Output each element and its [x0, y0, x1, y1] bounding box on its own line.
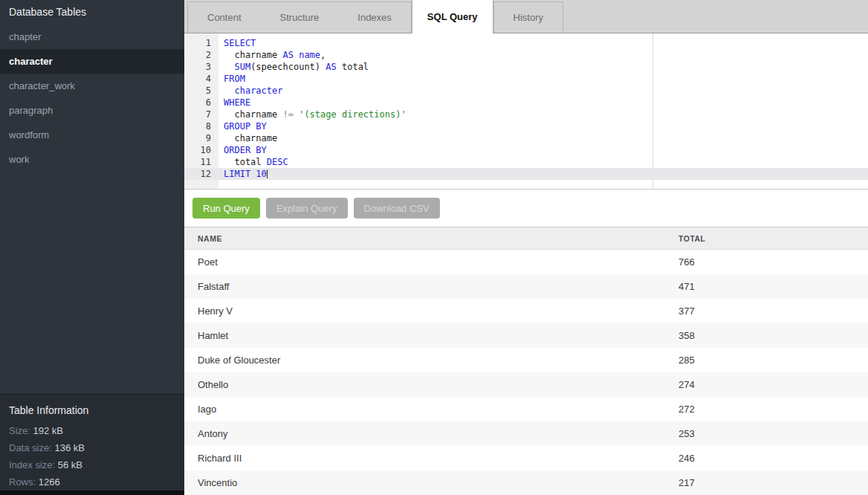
cell-name: Othello: [198, 379, 678, 390]
code-line-9: 9 charname: [184, 132, 868, 144]
sidebar-item-work[interactable]: work: [0, 147, 184, 172]
column-header-total[interactable]: TOTAL: [678, 234, 868, 243]
sidebar-item-chapter[interactable]: chapter: [0, 25, 184, 49]
info-row-size-: Size: 192 kB: [9, 422, 175, 439]
line-number: 12: [184, 168, 211, 180]
code-text: FROM: [211, 73, 245, 85]
line-number: 10: [184, 144, 211, 156]
info-value: 1266: [39, 476, 60, 488]
info-row-index-size-: Index size: 56 kB: [9, 456, 175, 473]
sidebar: Database Tables chaptercharactercharacte…: [0, 0, 184, 495]
tab-group: History: [493, 1, 563, 33]
cell-total: 272: [678, 404, 868, 415]
table-row: Duke of Gloucester285: [184, 348, 868, 372]
line-number: 5: [184, 85, 211, 97]
table-row: Richard III246: [184, 446, 868, 470]
line-number: 7: [184, 109, 211, 120]
code-line-11: 11 total DESC: [184, 156, 868, 168]
code-text: LIMIT 10: [211, 168, 268, 180]
table-row: Hamlet358: [184, 323, 868, 348]
explain-query-button[interactable]: Explain Query: [266, 198, 348, 219]
line-number: 8: [184, 120, 211, 132]
cell-name: Hamlet: [198, 330, 678, 341]
sidebar-item-paragraph[interactable]: paragraph: [0, 98, 184, 123]
sidebar-bottom-strip: [0, 491, 184, 495]
code-line-4: 4FROM: [184, 73, 868, 85]
cell-total: 285: [678, 355, 868, 366]
cell-total: 274: [678, 379, 868, 390]
table-information-panel: Table Information Size: 192 kBData size:…: [0, 394, 184, 491]
code-line-2: 2 charname AS name,: [184, 49, 868, 61]
info-label: Rows:: [9, 476, 39, 488]
tab-sql-query[interactable]: SQL Query: [412, 0, 493, 33]
table-row: Iago272: [184, 397, 868, 421]
editor-vertical-divider: [652, 33, 653, 189]
sidebar-title: Database Tables: [0, 0, 184, 25]
line-number: 3: [184, 61, 211, 73]
cell-name: Poet: [198, 256, 678, 268]
info-value: 192 kB: [33, 425, 63, 436]
sidebar-item-wordform[interactable]: wordform: [0, 123, 184, 147]
code-text: total DESC: [211, 156, 288, 168]
results-body: Poet766Falstaff471Henry V377Hamlet358Duk…: [184, 250, 868, 495]
code-text: charname: [211, 132, 277, 144]
code-text: character: [211, 85, 282, 97]
sql-editor[interactable]: 1SELECT2 charname AS name,3 SUM(speechco…: [184, 33, 868, 190]
tab-indexes[interactable]: Indexes: [338, 2, 411, 33]
info-label: Data size:: [9, 442, 54, 453]
code-line-12: 12LIMIT 10: [184, 168, 868, 180]
info-row-rows-: Rows: 1266: [9, 473, 175, 491]
cell-total: 377: [678, 305, 868, 317]
table-information-title: Table Information: [9, 404, 175, 416]
cell-total: 471: [678, 281, 868, 292]
code-lines: 1SELECT2 charname AS name,3 SUM(speechco…: [184, 33, 868, 180]
code-line-5: 5 character: [184, 85, 868, 97]
cell-name: Antony: [198, 428, 678, 439]
text-caret: [267, 169, 268, 178]
line-number: 11: [184, 156, 211, 168]
cell-total: 766: [678, 256, 868, 268]
sidebar-item-character[interactable]: character: [0, 49, 184, 74]
line-number: 2: [184, 49, 211, 61]
tab-bar: ContentStructureIndexesSQL QueryHistory: [184, 0, 868, 33]
results-header: NAME TOTAL: [184, 227, 868, 250]
code-text: GROUP BY: [211, 120, 267, 132]
results-table: NAME TOTAL Poet766Falstaff471Henry V377H…: [184, 227, 868, 495]
query-actions: Run QueryExplain QueryDownload CSV: [184, 190, 868, 227]
table-row: Antony253: [184, 421, 868, 446]
code-text: ORDER BY: [211, 144, 267, 156]
app-window: Database Tables chaptercharactercharacte…: [0, 0, 868, 495]
cell-name: Duke of Gloucester: [198, 355, 678, 366]
column-header-name[interactable]: NAME: [198, 234, 678, 243]
code-line-8: 8GROUP BY: [184, 120, 868, 132]
info-label: Index size:: [9, 459, 58, 470]
info-label: Size:: [9, 425, 33, 436]
run-query-button[interactable]: Run Query: [192, 198, 260, 219]
table-row: Henry V377: [184, 299, 868, 323]
info-value: 136 kB: [54, 442, 84, 453]
line-number: 1: [184, 37, 211, 49]
table-information-rows: Size: 192 kBData size: 136 kBIndex size:…: [9, 422, 175, 491]
table-list: chaptercharactercharacter_workparagraphw…: [0, 25, 184, 172]
code-line-10: 10ORDER BY: [184, 144, 868, 156]
code-text: SUM(speechcount) AS total: [211, 61, 369, 73]
cell-total: 253: [678, 428, 868, 439]
cell-name: Iago: [198, 404, 678, 415]
cell-name: Falstaff: [198, 281, 678, 292]
table-row: Poet766: [184, 250, 868, 274]
code-text: SELECT: [211, 37, 256, 49]
cell-name: Richard III: [198, 453, 678, 464]
tab-content[interactable]: Content: [188, 2, 261, 33]
cell-name: Henry V: [198, 305, 678, 317]
download-csv-button[interactable]: Download CSV: [354, 198, 440, 219]
code-text: charname AS name,: [211, 49, 326, 61]
code-text: charname != '(stage directions)': [211, 109, 407, 120]
line-number: 9: [184, 132, 211, 144]
table-row: Falstaff471: [184, 274, 868, 299]
tab-structure[interactable]: Structure: [261, 2, 339, 33]
tab-group: ContentStructureIndexes: [187, 1, 412, 33]
code-line-1: 1SELECT: [184, 37, 868, 49]
sidebar-item-character-work[interactable]: character_work: [0, 74, 184, 98]
info-row-data-size-: Data size: 136 kB: [9, 439, 175, 456]
tab-history[interactable]: History: [494, 2, 563, 33]
